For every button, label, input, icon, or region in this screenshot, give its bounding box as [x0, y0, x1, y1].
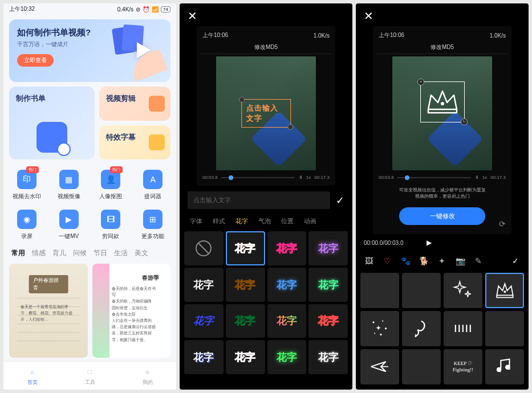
paw-icon[interactable]: 🐾 — [399, 255, 412, 267]
feature-oneclick-mv[interactable]: ▶一键MV — [49, 206, 89, 244]
close-button[interactable]: ✕ — [180, 3, 352, 26]
tab-emotion[interactable]: 情感 — [32, 248, 46, 258]
style-option[interactable]: 花字 — [184, 304, 224, 338]
style-option[interactable]: 花字 — [267, 231, 307, 265]
modify-button[interactable]: 一键修改 — [399, 207, 485, 225]
delete-handle[interactable] — [239, 97, 245, 103]
feature-video-matting[interactable]: ▦视频抠像 — [49, 166, 89, 204]
tab-parenting[interactable]: 育儿 — [52, 248, 66, 258]
sticker-empty[interactable] — [402, 273, 441, 308]
feature-screen-record[interactable]: ◉录屏 — [7, 206, 47, 244]
feature-remove-watermark[interactable]: 热门印视频去水印 — [7, 166, 47, 204]
tab-fancy[interactable]: 花字 — [235, 217, 248, 226]
sticker-keep-fighting[interactable]: KEEP ♡ Fighting!! — [444, 349, 482, 384]
sticker-crown[interactable] — [485, 273, 524, 308]
tab-common[interactable]: 常用 — [11, 248, 25, 258]
pause-icon[interactable]: ⏸ — [474, 175, 479, 180]
style-none[interactable] — [184, 231, 224, 265]
sticker-plane[interactable] — [360, 349, 399, 384]
nav-tools[interactable]: ⬚工具 — [84, 366, 96, 386]
sticker-stars[interactable] — [444, 273, 482, 308]
delete-handle[interactable]: ✕ — [417, 79, 424, 85]
text-input[interactable]: 点击输入文字 — [188, 191, 330, 209]
dog-icon[interactable]: 🐕 — [417, 255, 430, 267]
sticker-swirl[interactable] — [402, 311, 441, 346]
style-option[interactable]: 花字 — [226, 340, 265, 374]
create-booklist-card[interactable]: 制作书单 — [9, 87, 95, 159]
battery-icon: 74 — [161, 6, 170, 13]
feature-more[interactable]: ⊞更多功能 — [133, 206, 173, 244]
video-canvas[interactable]: ✕ ↻ — [392, 56, 492, 170]
gallery-icon[interactable]: 🖼 — [363, 255, 375, 267]
template-card-2[interactable]: 春游季 春天的诗，还是春天在书写 春天的歌，万物在编曲 因时而变，尘埃衍生 春去… — [92, 264, 171, 358]
text-overlay-box[interactable]: 点击输入文字 — [241, 99, 291, 128]
tab-font[interactable]: 字体 — [190, 217, 202, 226]
style-option[interactable]: 花字 — [308, 340, 348, 374]
template-card-1[interactable]: 户外春游踏青 春天是一个被青花装满的季节，樱花、桃花、杏花接力盛开，人们纷纷..… — [9, 264, 88, 358]
sticker-sparkles[interactable] — [360, 311, 399, 346]
resize-handle[interactable] — [287, 124, 293, 130]
tab-position[interactable]: 位置 — [281, 217, 294, 226]
promo-banner[interactable]: 如何制作书单视频? 千言万语，一键成片 立即查看 — [9, 19, 170, 82]
close-button[interactable]: ✕ — [356, 3, 529, 26]
status-time: 上午10:32 — [9, 5, 35, 13]
sticker-strokes[interactable] — [444, 311, 482, 346]
feature-teleprompter[interactable]: A提词器 — [133, 166, 173, 204]
video-edit-card[interactable]: 视频剪辑 — [99, 87, 171, 121]
feature-cut-template[interactable]: 🎞剪同款 — [91, 206, 131, 244]
style-option[interactable]: 花字 — [226, 231, 265, 265]
sticker-empty[interactable] — [485, 311, 524, 346]
style-option[interactable]: 花字 — [184, 268, 224, 302]
progress-bar[interactable] — [397, 177, 471, 178]
style-option[interactable]: 花字 — [308, 304, 348, 338]
record-icon: ◉ — [17, 210, 36, 229]
pause-icon[interactable]: ⏸ — [298, 175, 303, 180]
style-option[interactable]: 花字 — [267, 304, 307, 338]
heart-icon[interactable]: ♡ — [381, 255, 393, 267]
style-option[interactable]: 花字 — [308, 268, 348, 302]
style-option[interactable]: 花字 — [184, 340, 224, 374]
camera-icon[interactable]: 📷 — [454, 255, 466, 267]
overlay-text[interactable]: 点击输入文字 — [246, 103, 286, 124]
sticker-grid: KEEP ♡ Fighting!! — [356, 271, 529, 386]
card-label: 特效字幕 — [106, 133, 136, 141]
banner-cta-button[interactable]: 立即查看 — [17, 54, 54, 67]
timeline-bar: 00:00.0/00:03.0 ▶ — [356, 234, 529, 251]
effect-subtitle-card[interactable]: 特效字幕 — [99, 125, 171, 159]
sparkle-icon[interactable]: ✦ — [436, 255, 448, 267]
feature-portrait-cutout[interactable]: 热门👤人像抠图 — [91, 166, 131, 204]
status-net: 0.4K/s — [117, 6, 133, 13]
style-option[interactable]: 花字 — [226, 268, 265, 302]
tab-essay[interactable]: 美文 — [135, 248, 148, 258]
more-icon: ⊞ — [143, 210, 163, 229]
play-icon[interactable]: ▶ — [427, 239, 432, 247]
progress-bar[interactable] — [221, 177, 295, 178]
svg-point-8 — [506, 366, 509, 369]
confirm-icon[interactable]: ✓ — [336, 194, 344, 207]
sticker-empty[interactable] — [402, 349, 441, 384]
nav-home[interactable]: ⌂首页 — [27, 366, 38, 386]
tab-festival[interactable]: 节日 — [94, 248, 107, 258]
video-canvas[interactable]: 点击输入文字 — [216, 56, 316, 170]
nav-profile[interactable]: ☺我的 — [142, 366, 153, 386]
film-icon: 🎞 — [101, 210, 120, 229]
tab-greeting[interactable]: 问候 — [73, 248, 87, 258]
style-option[interactable]: 花字 — [267, 268, 307, 302]
style-option[interactable]: 花字 — [226, 304, 265, 338]
tab-animation[interactable]: 动画 — [304, 217, 316, 226]
style-option[interactable]: 花字 — [308, 231, 348, 265]
tab-life[interactable]: 生活 — [114, 248, 128, 258]
user-icon: ☺ — [142, 366, 153, 378]
text-style-grid: 花字 花字 花字 花字 花字 花字 花字 花字 花字 花字 花字 花字 花字 花… — [180, 231, 352, 374]
sticker-empty[interactable] — [360, 273, 399, 308]
sticker-music-notes[interactable] — [485, 349, 524, 384]
none-icon — [196, 240, 212, 256]
style-option[interactable]: 花字 — [267, 340, 307, 374]
confirm-icon[interactable]: ✓ — [509, 255, 522, 267]
tab-bubble[interactable]: 气泡 — [258, 217, 271, 226]
sticker-overlay-box[interactable]: ✕ ↻ — [420, 81, 465, 122]
tab-style[interactable]: 样式 — [213, 217, 225, 226]
pencil-icon[interactable]: ✎ — [472, 255, 485, 267]
refresh-icon[interactable]: ⟳ — [499, 219, 506, 228]
rotate-handle[interactable]: ↻ — [461, 118, 468, 125]
